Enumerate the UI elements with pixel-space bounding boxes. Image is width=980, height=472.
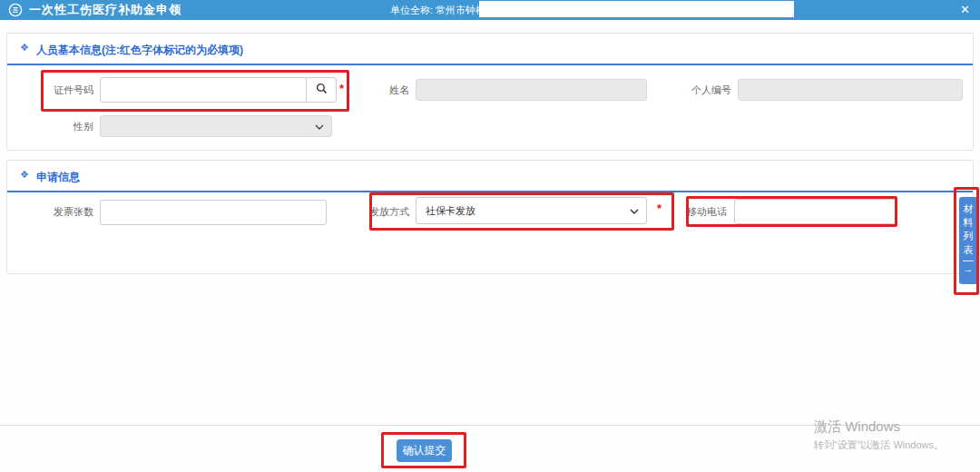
unit-fullname-label: 单位全称: (390, 5, 433, 15)
payment-method-label: 发放方式 (343, 205, 409, 219)
invoice-count-input[interactable] (100, 200, 327, 225)
id-number-label: 证件号码 (16, 84, 93, 97)
watermark-line1: 激活 Windows (814, 418, 944, 436)
mobile-phone-input[interactable] (734, 199, 897, 224)
form-icon (8, 3, 23, 17)
chevron-down-icon (630, 205, 639, 216)
name-label: 姓名 (355, 84, 409, 97)
materials-list-tab[interactable]: 材料列表 → (959, 197, 977, 284)
section-underline (7, 191, 973, 192)
watermark-line2: 转到“设置”以激活 Windows。 (814, 438, 944, 452)
personal-number-label: 个人编号 (668, 84, 731, 97)
payment-method-value: 社保卡发放 (426, 204, 475, 218)
chevron-down-icon (315, 121, 324, 132)
search-button[interactable] (306, 77, 337, 103)
dialog-title: 一次性工伤医疗补助金申领 (29, 0, 181, 20)
payment-method-select[interactable]: 社保卡发放 (416, 197, 647, 224)
confirm-submit-button[interactable]: 确认提交 (397, 439, 452, 462)
dialog-window: 一次性工伤医疗补助金申领 单位全称:常州市钟楼区 ✕ ❖ 人员基本信息(注:红色… (0, 0, 980, 472)
dialog-titlebar: 一次性工伤医疗补助金申领 单位全称:常州市钟楼区 ✕ (0, 0, 980, 20)
panel-application-info: ❖ 申请信息 发票张数 发放方式 社保卡发放 * 移动电话 (6, 160, 974, 274)
redaction-box (479, 1, 794, 17)
personal-number-input (738, 79, 963, 101)
section-underline (7, 64, 973, 65)
id-number-input[interactable] (100, 77, 307, 103)
windows-activation-watermark: 激活 Windows 转到“设置”以激活 Windows。 (814, 418, 944, 452)
materials-list-tab-label: 材料列表 (963, 202, 974, 257)
invoice-count-label: 发票张数 (16, 205, 93, 219)
section-title-basic: 人员基本信息(注:红色字体标记的为必填项) (36, 43, 243, 58)
mobile-phone-label: 移动电话 (662, 205, 727, 219)
id-number-group (100, 77, 337, 103)
required-asterisk: * (339, 82, 344, 95)
panel-basic-info: ❖ 人员基本信息(注:红色字体标记的为必填项) 证件号码 * 姓名 个人编号 性… (6, 33, 974, 151)
diamond-icon: ❖ (20, 42, 29, 54)
tab-divider (963, 261, 974, 261)
section-title-application: 申请信息 (36, 170, 80, 185)
diamond-icon: ❖ (20, 169, 29, 181)
gender-select (100, 115, 332, 137)
gender-label: 性别 (16, 120, 93, 133)
close-icon[interactable]: ✕ (960, 0, 970, 20)
name-input (416, 79, 647, 101)
search-icon (316, 83, 328, 97)
arrow-right-icon: → (964, 263, 974, 274)
